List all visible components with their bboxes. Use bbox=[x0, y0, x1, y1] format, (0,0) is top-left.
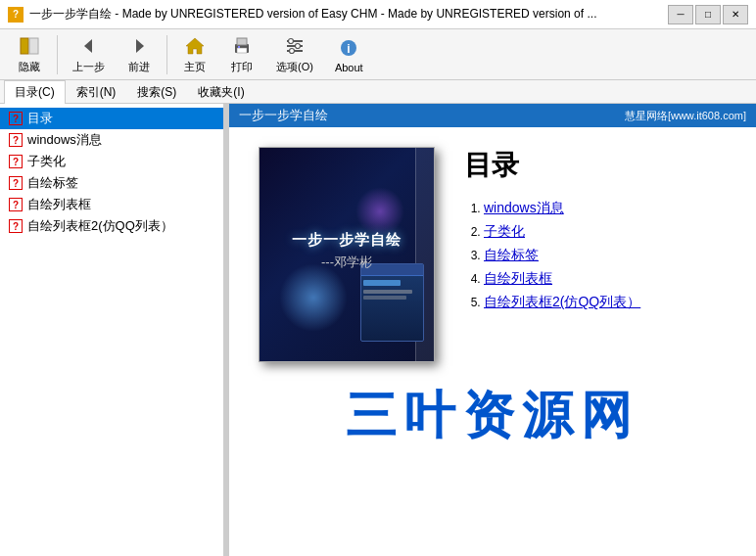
tab-search[interactable]: 搜索(S) bbox=[126, 80, 187, 104]
toc-link-1[interactable]: windows消息 bbox=[484, 200, 564, 215]
custom-listbox-label: 自绘列表框 bbox=[27, 196, 91, 213]
sidebar-item-custom-label[interactable]: ? 自绘标签 bbox=[0, 172, 223, 194]
svg-marker-3 bbox=[136, 39, 144, 53]
forward-label: 前进 bbox=[128, 60, 150, 74]
custom-label-label: 自绘标签 bbox=[27, 174, 78, 192]
sidebar-item-toc[interactable]: ? 目录 bbox=[0, 108, 223, 129]
title-bar: ? 一步一步学自绘 - Made by UNREGISTERED version… bbox=[0, 0, 756, 29]
about-label: About bbox=[335, 62, 363, 73]
svg-rect-8 bbox=[238, 46, 240, 48]
subclass-label: 子类化 bbox=[27, 153, 66, 170]
toc-area: 目录 windows消息 子类化 自绘标签 自绘列表框 自绘列表框2(仿QQ列表… bbox=[464, 147, 640, 317]
about-button[interactable]: i About bbox=[326, 31, 372, 78]
svg-rect-7 bbox=[237, 48, 247, 53]
close-button[interactable]: ✕ bbox=[723, 5, 748, 24]
custom-listbox-icon: ? bbox=[8, 197, 24, 212]
options-button[interactable]: 选项(O) bbox=[267, 29, 322, 79]
home-label: 主页 bbox=[184, 60, 206, 74]
forward-icon bbox=[127, 34, 151, 58]
sidebar-item-subclass[interactable]: ? 子类化 bbox=[0, 151, 223, 172]
subclass-icon: ? bbox=[8, 154, 24, 169]
options-label: 选项(O) bbox=[276, 60, 313, 74]
book-title-area: 一步一步学自绘 ---邓学彬 bbox=[292, 231, 402, 279]
toc-title: 目录 bbox=[464, 147, 640, 184]
custom-listbox2-icon: ? bbox=[8, 218, 24, 234]
app-icon: ? bbox=[8, 7, 24, 23]
list-item: 自绘标签 bbox=[484, 247, 640, 264]
watermark: 三叶资源网 bbox=[259, 382, 727, 450]
content-pane: 一步一步学自绘 慧星网络[www.it608.com] bbox=[229, 104, 756, 556]
content-body: 一步一步学自绘 ---邓学彬 目录 windows消息 子类化 自绘标签 自绘列… bbox=[229, 127, 756, 480]
svg-point-14 bbox=[289, 49, 294, 54]
sidebar: ? 目录 ? windows消息 ? 子类化 ? 自绘标签 ? 自绘列表框 ? … bbox=[0, 104, 225, 556]
back-icon bbox=[77, 34, 101, 58]
list-item: 自绘列表框2(仿QQ列表） bbox=[484, 294, 640, 311]
svg-marker-2 bbox=[84, 39, 92, 53]
tab-index[interactable]: 索引(N) bbox=[66, 80, 127, 104]
custom-label-icon: ? bbox=[8, 175, 24, 191]
tab-contents[interactable]: 目录(C) bbox=[4, 80, 66, 105]
forward-button[interactable]: 前进 bbox=[118, 29, 161, 79]
home-button[interactable]: 主页 bbox=[173, 29, 216, 79]
hide-icon bbox=[18, 34, 41, 58]
windows-msg-icon: ? bbox=[8, 132, 24, 148]
toc-list: windows消息 子类化 自绘标签 自绘列表框 自绘列表框2(仿QQ列表） bbox=[464, 200, 640, 311]
print-icon bbox=[230, 34, 254, 58]
content-header: 一步一步学自绘 慧星网络[www.it608.com] bbox=[229, 104, 756, 127]
main-layout: ? 目录 ? windows消息 ? 子类化 ? 自绘标签 ? 自绘列表框 ? … bbox=[0, 104, 756, 556]
list-item: 子类化 bbox=[484, 223, 640, 241]
site-link[interactable]: 慧星网络[www.it608.com] bbox=[625, 109, 746, 123]
window-controls: ─ □ ✕ bbox=[668, 5, 748, 24]
separator-1 bbox=[57, 35, 58, 74]
svg-text:i: i bbox=[348, 42, 351, 56]
print-button[interactable]: 打印 bbox=[220, 29, 263, 79]
windows-msg-label: windows消息 bbox=[27, 131, 102, 149]
sidebar-item-windows-msg[interactable]: ? windows消息 bbox=[0, 129, 223, 151]
svg-point-12 bbox=[288, 39, 293, 44]
svg-rect-0 bbox=[21, 38, 28, 54]
toc-link-3[interactable]: 自绘标签 bbox=[484, 247, 539, 262]
hide-button[interactable]: 隐藏 bbox=[8, 29, 51, 79]
list-item: 自绘列表框 bbox=[484, 270, 640, 288]
book-cover-area: 一步一步学自绘 ---邓学彬 目录 windows消息 子类化 自绘标签 自绘列… bbox=[259, 147, 727, 362]
toc-link-4[interactable]: 自绘列表框 bbox=[484, 270, 552, 286]
svg-rect-6 bbox=[237, 38, 247, 45]
separator-2 bbox=[166, 35, 167, 74]
tab-favorites[interactable]: 收藏夹(I) bbox=[187, 80, 255, 104]
svg-point-13 bbox=[295, 44, 300, 49]
maximize-button[interactable]: □ bbox=[695, 5, 721, 24]
minimize-button[interactable]: ─ bbox=[668, 5, 693, 24]
toc-link-2[interactable]: 子类化 bbox=[484, 223, 525, 239]
title-text: 一步一步学自绘 - Made by UNREGISTERED version o… bbox=[29, 6, 668, 23]
sidebar-item-custom-listbox2[interactable]: ? 自绘列表框2(仿QQ列表） bbox=[0, 215, 223, 237]
svg-rect-1 bbox=[29, 38, 38, 54]
list-item: windows消息 bbox=[484, 200, 640, 217]
toc-icon: ? bbox=[8, 111, 24, 126]
hide-label: 隐藏 bbox=[19, 60, 40, 74]
nav-bar: 目录(C) 索引(N) 搜索(S) 收藏夹(I) bbox=[0, 80, 756, 104]
toc-link-5[interactable]: 自绘列表框2(仿QQ列表） bbox=[484, 294, 640, 309]
content-header-title: 一步一步学自绘 bbox=[239, 107, 328, 124]
back-button[interactable]: 上一步 bbox=[64, 29, 114, 79]
svg-marker-4 bbox=[186, 38, 204, 54]
glow-2 bbox=[355, 187, 404, 236]
book-subtitle: ---邓学彬 bbox=[292, 254, 402, 271]
book-title-cn: 一步一步学自绘 bbox=[292, 231, 402, 250]
toc-label: 目录 bbox=[27, 110, 53, 127]
options-icon bbox=[283, 34, 307, 58]
about-icon: i bbox=[337, 36, 360, 60]
toolbar: 隐藏 上一步 前进 主页 打印 选项(O) bbox=[0, 29, 756, 80]
custom-listbox2-label: 自绘列表框2(仿QQ列表） bbox=[27, 217, 173, 235]
back-label: 上一步 bbox=[72, 60, 105, 74]
home-icon bbox=[183, 34, 207, 58]
book-cover: 一步一步学自绘 ---邓学彬 bbox=[259, 147, 435, 362]
sidebar-item-custom-listbox[interactable]: ? 自绘列表框 bbox=[0, 194, 223, 215]
print-label: 打印 bbox=[231, 60, 253, 74]
